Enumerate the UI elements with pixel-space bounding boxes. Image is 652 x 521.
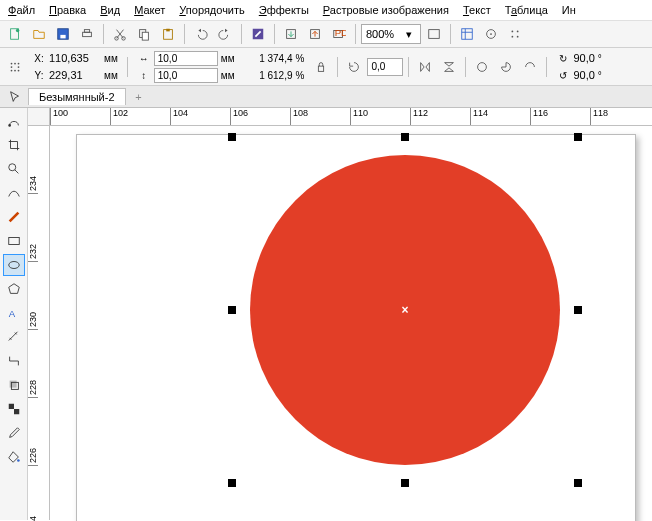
- paste-button[interactable]: [157, 23, 179, 45]
- menu-text[interactable]: Текст: [463, 4, 491, 16]
- end-angle-icon: ↺: [556, 70, 570, 81]
- tab-document[interactable]: Безымянный-2: [28, 88, 126, 105]
- menu-view[interactable]: Вид: [100, 4, 120, 16]
- rotation-input[interactable]: [367, 58, 403, 76]
- new-doc-button[interactable]: [4, 23, 26, 45]
- angle1[interactable]: 90,0: [573, 52, 594, 64]
- svg-rect-11: [166, 29, 170, 32]
- rectangle-tool[interactable]: [3, 230, 25, 252]
- start-angle-icon: ↻: [556, 53, 570, 64]
- selection-handle-s[interactable]: [401, 479, 409, 487]
- width-icon: ↔: [137, 53, 151, 64]
- svg-rect-9: [142, 32, 148, 40]
- ellipse-mode-button[interactable]: [471, 56, 493, 78]
- undo-button[interactable]: [190, 23, 212, 45]
- angle2[interactable]: 90,0: [573, 69, 594, 81]
- crop-tool[interactable]: [3, 134, 25, 156]
- svg-rect-3: [60, 35, 65, 39]
- parallel-dim-tool[interactable]: [3, 326, 25, 348]
- copy-button[interactable]: [133, 23, 155, 45]
- menu-tools[interactable]: Ин: [562, 4, 576, 16]
- pie-mode-button[interactable]: [495, 56, 517, 78]
- ruler-horizontal[interactable]: 100 102 104 106 108 110 112 114 116 118: [50, 108, 652, 126]
- polygon-tool[interactable]: [3, 278, 25, 300]
- show-rulers-button[interactable]: [456, 23, 478, 45]
- svg-rect-17: [429, 30, 440, 39]
- menu-bitmap[interactable]: Растровые изображения: [323, 4, 449, 16]
- selection-handle-nw[interactable]: [228, 133, 236, 141]
- h-unit: мм: [221, 70, 235, 81]
- mirror-h-button[interactable]: [414, 56, 436, 78]
- ellipse-tool[interactable]: [3, 254, 25, 276]
- menu-table[interactable]: Таблица: [505, 4, 548, 16]
- eyedropper-tool[interactable]: [3, 422, 25, 444]
- separator: [241, 24, 242, 44]
- tab-new-button[interactable]: +: [130, 88, 148, 106]
- svg-point-27: [18, 62, 20, 64]
- lock-ratio-button[interactable]: [310, 56, 332, 78]
- selection-handle-se[interactable]: [574, 479, 582, 487]
- fullscreen-button[interactable]: [423, 23, 445, 45]
- svg-point-23: [512, 36, 514, 38]
- cut-button[interactable]: [109, 23, 131, 45]
- save-button[interactable]: [52, 23, 74, 45]
- menu-edit[interactable]: Правка: [49, 4, 86, 16]
- redo-button[interactable]: [214, 23, 236, 45]
- pick-tool[interactable]: [4, 86, 26, 108]
- svg-point-44: [17, 459, 20, 462]
- zoom-tool[interactable]: [3, 158, 25, 180]
- mirror-v-button[interactable]: [438, 56, 460, 78]
- import-button[interactable]: [280, 23, 302, 45]
- separator: [465, 57, 466, 77]
- drop-shadow-tool[interactable]: [3, 374, 25, 396]
- menu-file[interactable]: Файл: [8, 4, 35, 16]
- svg-text:PDF: PDF: [335, 27, 346, 38]
- svg-point-20: [490, 33, 492, 35]
- menu-arrange[interactable]: Упорядочить: [179, 4, 244, 16]
- show-grid-button[interactable]: [480, 23, 502, 45]
- separator: [337, 57, 338, 77]
- menu-bar: Файл Правка Вид Макет Упорядочить Эффект…: [0, 0, 652, 21]
- menu-layout[interactable]: Макет: [134, 4, 165, 16]
- separator: [184, 24, 185, 44]
- fill-tool[interactable]: [3, 446, 25, 468]
- text-tool[interactable]: A: [3, 302, 25, 324]
- export-button[interactable]: [304, 23, 326, 45]
- connector-tool[interactable]: [3, 350, 25, 372]
- zoom-combo[interactable]: ▾: [361, 24, 421, 44]
- snap-button[interactable]: [504, 23, 526, 45]
- svg-rect-4: [83, 32, 92, 36]
- y-value[interactable]: 229,31: [49, 69, 101, 81]
- search-button[interactable]: [247, 23, 269, 45]
- ruler-vertical[interactable]: 234 232 230 228 226 224: [28, 126, 50, 520]
- menu-effects[interactable]: Эффекты: [259, 4, 309, 16]
- svg-point-32: [18, 69, 20, 71]
- drawing-canvas[interactable]: ×: [50, 126, 652, 520]
- publish-button[interactable]: PDF: [328, 23, 350, 45]
- rotate-icon: [343, 56, 365, 78]
- selection-handle-sw[interactable]: [228, 479, 236, 487]
- scale-x[interactable]: 1 374,4: [245, 53, 293, 64]
- svg-point-25: [11, 62, 13, 64]
- height-input[interactable]: [154, 68, 218, 83]
- freehand-tool[interactable]: [3, 182, 25, 204]
- open-button[interactable]: [28, 23, 50, 45]
- toolbox: A: [0, 108, 28, 520]
- document-tabs: Безымянный-2 +: [0, 86, 652, 108]
- selection-handle-e[interactable]: [574, 306, 582, 314]
- scale-y[interactable]: 1 612,9: [245, 70, 293, 81]
- shape-tool[interactable]: [3, 110, 25, 132]
- width-input[interactable]: [154, 51, 218, 66]
- selection-handle-ne[interactable]: [574, 133, 582, 141]
- selection-handle-n[interactable]: [401, 133, 409, 141]
- transparency-tool[interactable]: [3, 398, 25, 420]
- arc-mode-button[interactable]: [519, 56, 541, 78]
- artistic-media-tool[interactable]: [3, 206, 25, 228]
- zoom-input[interactable]: [366, 28, 406, 40]
- print-button[interactable]: [76, 23, 98, 45]
- selection-handle-w[interactable]: [228, 306, 236, 314]
- svg-point-36: [8, 164, 15, 171]
- svg-rect-5: [84, 30, 89, 33]
- x-value[interactable]: 110,635: [49, 52, 101, 64]
- canvas-area: 100 102 104 106 108 110 112 114 116 118 …: [28, 108, 652, 520]
